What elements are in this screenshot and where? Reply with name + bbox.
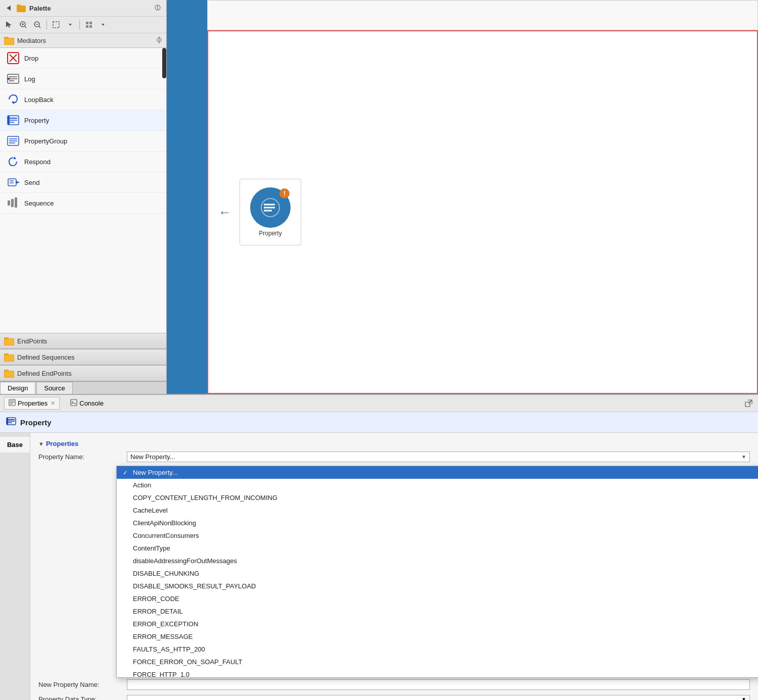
canvas-content-area[interactable]: ← ! bbox=[207, 30, 758, 394]
property-palette-icon bbox=[6, 113, 20, 127]
svg-rect-2 bbox=[17, 5, 21, 7]
console-tab[interactable]: Console bbox=[66, 397, 108, 410]
dropdown-item-label: Action bbox=[133, 481, 151, 489]
dropdown-item-label: CacheLevel bbox=[133, 507, 168, 514]
properties-tab-label: Properties bbox=[18, 399, 48, 407]
properties-tab-marker: ✕ bbox=[51, 400, 55, 407]
dropdown-item-copy_content[interactable]: COPY_CONTENT_LENGTH_FROM_INCOMING bbox=[117, 491, 758, 504]
mediator-item-log[interactable]: Log bbox=[0, 69, 166, 89]
new-property-name-row: New Property Name: bbox=[38, 679, 750, 690]
dropdown-item-contenttype[interactable]: ContentType bbox=[117, 542, 758, 555]
property-section-title: Property bbox=[20, 418, 52, 427]
svg-rect-50 bbox=[15, 197, 17, 208]
dropdown-item-force_error[interactable]: FORCE_ERROR_ON_SOAP_FAULT bbox=[117, 656, 758, 668]
mediator-item-loopback[interactable]: LoopBack bbox=[0, 89, 166, 110]
svg-line-12 bbox=[39, 26, 40, 28]
mediators-title: Mediators bbox=[17, 37, 46, 44]
svg-rect-44 bbox=[8, 179, 16, 186]
dropdown-item-label: ClientApiNonBlocking bbox=[133, 519, 196, 527]
marquee-tool-button[interactable] bbox=[50, 19, 62, 31]
palette-folder-icon bbox=[16, 3, 26, 13]
property-section: Property Base ▼ Properties P bbox=[0, 412, 758, 700]
mediator-item-send[interactable]: Send bbox=[0, 172, 166, 193]
svg-point-64 bbox=[264, 204, 266, 206]
design-tab[interactable]: Design bbox=[0, 382, 35, 394]
dropdown-item-error_detail[interactable]: ERROR_DETAIL bbox=[117, 605, 758, 618]
sequence-label: Sequence bbox=[24, 199, 54, 207]
dropdown-item-disable_addressing[interactable]: disableAddressingForOutMessages bbox=[117, 555, 758, 567]
palette-scrollbar-thumb[interactable] bbox=[162, 48, 166, 78]
canvas-flow-container: ← ! bbox=[218, 179, 301, 245]
dropdown-item-label: FORCE_ERROR_ON_SOAP_FAULT bbox=[133, 658, 242, 666]
property-name-dropdown-trigger[interactable]: New Property... ▼ bbox=[127, 452, 750, 462]
svg-marker-5 bbox=[6, 21, 12, 28]
property-node-list-icon bbox=[261, 198, 280, 217]
toolbar-separator-1 bbox=[46, 20, 47, 29]
defined-endpoints-section[interactable]: Defined EndPoints bbox=[0, 365, 166, 381]
mediators-pin[interactable] bbox=[156, 36, 162, 45]
propertygroup-icon bbox=[6, 134, 20, 148]
svg-line-9 bbox=[25, 26, 26, 28]
svg-point-65 bbox=[264, 207, 266, 209]
svg-rect-56 bbox=[5, 355, 14, 361]
property-node-label: Property bbox=[259, 230, 281, 237]
layout-button[interactable] bbox=[83, 19, 95, 31]
mediator-item-respond[interactable]: Respond bbox=[0, 152, 166, 172]
palette-pin-button[interactable] bbox=[154, 4, 162, 12]
dropdown-item-concurrent[interactable]: ConcurrentConsumers bbox=[117, 529, 758, 542]
mediator-item-property[interactable]: Property bbox=[0, 110, 166, 131]
dropdown-item-error_code[interactable]: ERROR_CODE bbox=[117, 592, 758, 605]
dropdown-item-check: ✓ bbox=[123, 469, 130, 476]
propertygroup-label: PropertyGroup bbox=[24, 137, 67, 145]
dropdown-item-new_property[interactable]: ✓New Property... bbox=[117, 466, 758, 479]
layout-dropdown-button[interactable] bbox=[97, 19, 109, 31]
properties-tab[interactable]: Properties ✕ bbox=[4, 397, 60, 410]
canvas-top-strip bbox=[167, 0, 758, 30]
defined-sequences-title: Defined Sequences bbox=[17, 354, 74, 361]
mediator-item-propertygroup[interactable]: PropertyGroup bbox=[0, 131, 166, 152]
property-data-type-label: Property Data Type: bbox=[38, 695, 127, 700]
select-tool-button[interactable] bbox=[3, 19, 15, 31]
property-data-type-dropdown[interactable]: ▼ bbox=[127, 695, 750, 700]
base-tab[interactable]: Base bbox=[0, 437, 30, 453]
dropdown-item-action[interactable]: Action bbox=[117, 479, 758, 491]
property-section-header: Property bbox=[0, 412, 758, 433]
svg-marker-43 bbox=[13, 157, 16, 159]
dropdown-item-error_message[interactable]: ERROR_MESSAGE bbox=[117, 630, 758, 643]
properties-subsection-header[interactable]: ▼ Properties bbox=[38, 438, 750, 452]
mediators-section-header[interactable]: Mediators bbox=[0, 33, 166, 48]
base-tab-panel: Base bbox=[0, 433, 30, 700]
mediators-folder-icon bbox=[4, 36, 14, 45]
canvas-main-area: ← ! bbox=[167, 30, 758, 394]
dropdown-item-disable_chunking[interactable]: DISABLE_CHUNKING bbox=[117, 567, 758, 580]
palette-panel: Palette bbox=[0, 0, 167, 394]
dropdown-item-label: DISABLE_CHUNKING bbox=[133, 570, 199, 577]
mediator-item-drop[interactable]: Drop bbox=[0, 48, 166, 69]
property-content-area: Base ▼ Properties Property Name: bbox=[0, 433, 758, 700]
external-window-button[interactable] bbox=[743, 398, 754, 409]
property-node-circle: ! bbox=[250, 187, 291, 228]
svg-marker-19 bbox=[102, 24, 105, 26]
palette-back-button[interactable] bbox=[4, 4, 13, 13]
properties-tab-icon bbox=[9, 399, 16, 408]
source-tab[interactable]: Source bbox=[36, 382, 72, 394]
endpoints-title: EndPoints bbox=[17, 337, 47, 345]
mediator-item-sequence[interactable]: Sequence bbox=[0, 193, 166, 214]
zoom-in-button[interactable] bbox=[17, 19, 29, 31]
svg-marker-45 bbox=[16, 181, 20, 184]
svg-marker-14 bbox=[69, 24, 72, 26]
dropdown-item-disable_smooks[interactable]: DISABLE_SMOOKS_RESULT_PAYLOAD bbox=[117, 580, 758, 592]
dropdown-item-label: ContentType bbox=[133, 544, 170, 552]
drop-label: Drop bbox=[24, 55, 38, 62]
dropdown-item-clientapinonblocking[interactable]: ClientApiNonBlocking bbox=[117, 517, 758, 529]
dropdown-item-error_exception[interactable]: ERROR_EXCEPTION bbox=[117, 618, 758, 630]
zoom-out-button[interactable] bbox=[31, 19, 43, 31]
property-node[interactable]: ! bbox=[240, 179, 301, 245]
marquee-dropdown-button[interactable] bbox=[64, 19, 76, 31]
dropdown-item-cachelevel[interactable]: CacheLevel bbox=[117, 504, 758, 517]
new-property-name-input[interactable] bbox=[127, 679, 750, 690]
endpoints-section[interactable]: EndPoints bbox=[0, 333, 166, 349]
defined-sequences-section[interactable]: Defined Sequences bbox=[0, 349, 166, 365]
dropdown-item-force_http[interactable]: FORCE_HTTP_1.0 bbox=[117, 668, 758, 678]
dropdown-item-faults_http[interactable]: FAULTS_AS_HTTP_200 bbox=[117, 643, 758, 656]
